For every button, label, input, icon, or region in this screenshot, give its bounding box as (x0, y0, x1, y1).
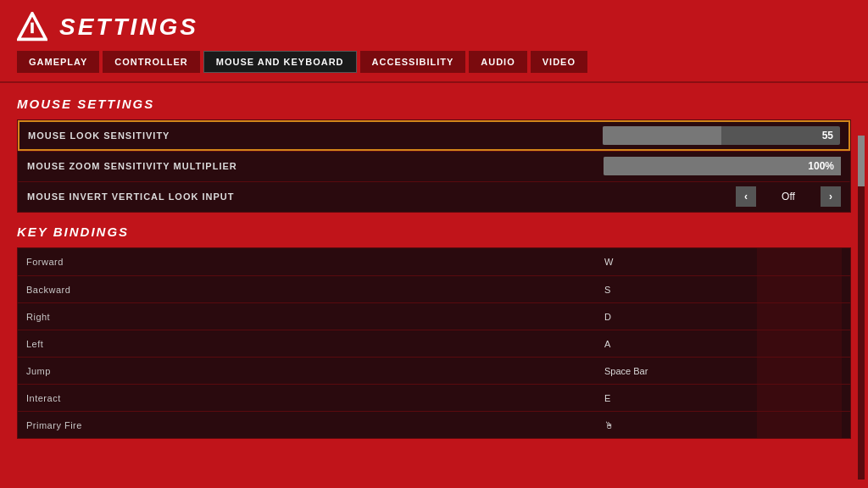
apex-logo-icon (17, 12, 47, 42)
key-action-jump: Jump (26, 366, 587, 376)
key-alt-forward[interactable] (757, 248, 842, 275)
key-action-right: Right (26, 312, 587, 322)
tabs-bar: GAMEPLAY CONTROLLER MOUSE AND KEYBOARD A… (0, 51, 868, 73)
key-binding-right: D (587, 312, 757, 322)
key-alt-primary-fire[interactable] (757, 412, 842, 438)
tab-video[interactable]: VIDEO (531, 51, 587, 73)
mouse-invert-control: ‹ Off › (736, 186, 841, 207)
key-binding-forward: W (587, 257, 757, 267)
key-action-backward: Backward (26, 285, 587, 295)
mouse-look-sensitivity-slider[interactable]: 55 (603, 126, 840, 145)
key-binding-backward: S (587, 285, 757, 295)
scrollbar[interactable] (858, 136, 865, 480)
mouse-invert-row: MOUSE INVERT VERTICAL LOOK INPUT ‹ Off › (18, 181, 850, 212)
table-row: Left A (18, 330, 850, 357)
mouse-settings-group: MOUSE LOOK SENSITIVITY 55 MOUSE ZOOM SEN… (17, 119, 851, 213)
tab-controller[interactable]: CONTROLLER (103, 51, 199, 73)
mouse-invert-left-btn[interactable]: ‹ (736, 186, 756, 207)
table-row: Jump Space Bar (18, 357, 850, 384)
mouse-zoom-sensitivity-control: 100% (604, 157, 841, 175)
key-binding-left: A (587, 339, 757, 349)
tab-mouse-keyboard[interactable]: MOUSE AND KEYBOARD (203, 51, 357, 73)
table-row: Primary Fire 🖱 (18, 411, 850, 438)
key-bindings-title: KEY BINDINGS (17, 225, 851, 239)
key-alt-interact[interactable] (757, 385, 842, 411)
key-alt-jump[interactable] (757, 358, 842, 384)
table-row: Forward W (18, 248, 850, 275)
slider-fill (603, 126, 721, 145)
key-binding-primary-fire: 🖱 (587, 420, 757, 430)
mouse-invert-label: MOUSE INVERT VERTICAL LOOK INPUT (27, 191, 736, 202)
slider-fill-zoom (604, 157, 841, 175)
table-row: Right D (18, 302, 850, 330)
tab-accessibility[interactable]: ACCESSIBILITY (360, 51, 466, 73)
scrollbar-thumb[interactable] (858, 136, 865, 186)
slider-value-zoom: 100% (808, 160, 834, 172)
key-binding-jump: Space Bar (587, 366, 757, 376)
page-title: SETTINGS (59, 14, 198, 41)
mouse-look-sensitivity-label: MOUSE LOOK SENSITIVITY (28, 130, 603, 141)
mouse-invert-value: Off (763, 191, 814, 202)
key-bindings-group: Forward W Backward S Right D Left A Jump (17, 247, 851, 439)
key-action-interact: Interact (26, 393, 587, 403)
key-action-primary-fire: Primary Fire (26, 420, 587, 430)
key-action-left: Left (26, 339, 587, 349)
key-action-forward: Forward (26, 257, 587, 267)
key-binding-interact: E (587, 393, 757, 403)
settings-panel: MOUSE SETTINGS MOUSE LOOK SENSITIVITY 55… (17, 97, 851, 439)
key-alt-backward[interactable] (757, 276, 842, 302)
key-alt-right[interactable] (757, 303, 842, 330)
mouse-zoom-sensitivity-row: MOUSE ZOOM SENSITIVITY MULTIPLIER 100% (18, 151, 850, 181)
slider-value: 55 (822, 130, 833, 141)
mouse-look-sensitivity-row: MOUSE LOOK SENSITIVITY 55 (18, 120, 850, 151)
mouse-settings-title: MOUSE SETTINGS (17, 97, 851, 111)
table-row: Interact E (18, 384, 850, 411)
mouse-zoom-sensitivity-slider[interactable]: 100% (604, 157, 841, 175)
main-content: MOUSE SETTINGS MOUSE LOOK SENSITIVITY 55… (0, 83, 868, 452)
tab-gameplay[interactable]: GAMEPLAY (17, 51, 99, 73)
tab-audio[interactable]: AUDIO (469, 51, 526, 73)
mouse-look-sensitivity-control: 55 (603, 126, 840, 145)
mouse-zoom-sensitivity-label: MOUSE ZOOM SENSITIVITY MULTIPLIER (27, 161, 604, 171)
mouse-invert-right-btn[interactable]: › (821, 186, 841, 207)
header: SETTINGS (0, 0, 868, 51)
table-row: Backward S (18, 275, 850, 302)
key-alt-left[interactable] (757, 330, 842, 357)
